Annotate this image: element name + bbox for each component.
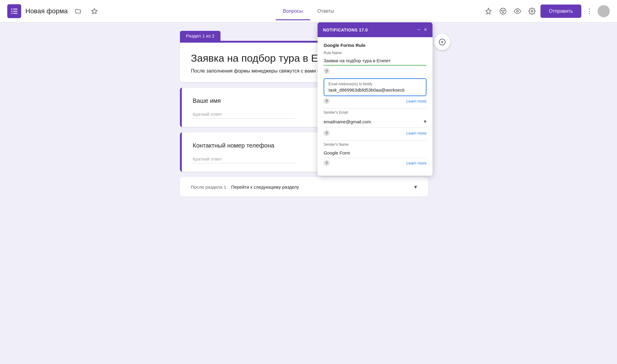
help-icon-3[interactable]: ? (324, 130, 330, 136)
settings-icon[interactable] (526, 5, 538, 17)
help-icon-4[interactable]: ? (324, 160, 330, 166)
sender-email-row: emailname@gmail.com ▾ (324, 116, 426, 128)
tab-questions[interactable]: Вопросы (276, 2, 310, 20)
short-answer-placeholder-1: Краткий ответ (193, 112, 222, 117)
panel-title: NOTIFICATIONS 17.0 (323, 28, 368, 32)
divider-2 (324, 140, 426, 141)
sender-name-label: Sender's Name (324, 142, 426, 147)
short-answer-placeholder-2: Краткий ответ (193, 156, 222, 161)
after-section-prefix: После раздела 1 (191, 184, 226, 190)
section-badge: Раздел 1 из 2 (180, 31, 220, 41)
svg-point-7 (500, 8, 506, 14)
folder-icon[interactable] (72, 5, 84, 17)
topbar: Новая форма Вопросы Ответы (0, 0, 617, 22)
email-notify-value: task_d869963dbfd53b0aa@worksecti (328, 87, 422, 93)
topbar-right: Отправить ⋮ (482, 5, 610, 18)
sender-email-label: Sender's Email (324, 110, 426, 115)
sender-email-help-row: ? Learn more (324, 130, 426, 136)
email-help-row: ? Learn more (324, 98, 426, 104)
sender-email-dropdown-icon[interactable]: ▾ (424, 118, 426, 125)
email-notify-label: Email Address(es) to Notify (328, 82, 422, 86)
svg-point-10 (502, 12, 503, 13)
palette-icon[interactable] (497, 5, 509, 17)
send-button[interactable]: Отправить (540, 5, 581, 18)
svg-marker-6 (92, 8, 97, 13)
svg-rect-1 (13, 8, 18, 9)
help-icon-2[interactable]: ? (324, 98, 330, 104)
svg-rect-5 (13, 13, 18, 13)
more-options-button[interactable]: ⋮ (584, 6, 595, 16)
email-notify-box[interactable]: Email Address(es) to Notify task_d869963… (324, 78, 426, 96)
notifications-panel: NOTIFICATIONS 17.0 − × Google Forms Rule… (318, 22, 433, 176)
rule-name-label: Rule Name (324, 51, 426, 55)
rule-name-help-row: ? (324, 68, 426, 74)
svg-rect-0 (11, 8, 13, 9)
svg-point-11 (517, 10, 518, 12)
learn-more-link-2[interactable]: Learn more (406, 131, 426, 135)
add-section-button[interactable] (434, 34, 450, 50)
tab-answers[interactable]: Ответы (310, 2, 341, 20)
svg-rect-4 (11, 13, 13, 13)
main-content: Раздел 1 из 2 Заявка на подбор тура в Ег… (0, 22, 617, 205)
topbar-left: Новая форма (7, 4, 482, 18)
star-icon[interactable] (88, 5, 100, 17)
learn-more-link-3[interactable]: Learn more (406, 161, 426, 165)
svg-point-12 (531, 10, 533, 12)
panel-body: Google Forms Rule Rule Name // inline pa… (318, 37, 433, 176)
tab-bar: Вопросы Ответы (276, 2, 341, 20)
learn-more-link-1[interactable]: Learn more (406, 99, 426, 103)
sender-email-value: emailname@gmail.com (324, 119, 371, 124)
panel-section-title: Google Forms Rule (324, 43, 426, 48)
panel-header-icons: − × (417, 27, 427, 33)
app-icon (7, 4, 21, 18)
app-title: Новая форма (25, 7, 68, 15)
svg-point-8 (501, 10, 502, 11)
svg-rect-3 (13, 11, 18, 11)
minimize-button[interactable]: − (417, 27, 420, 33)
addons-icon[interactable] (482, 5, 495, 17)
after-section-action: Перейти к следующему разделу (231, 184, 299, 190)
avatar (598, 5, 610, 17)
close-button[interactable]: × (424, 27, 427, 33)
rule-name-input[interactable] (324, 56, 426, 66)
after-section: После раздела 1 Перейти к следующему раз… (180, 177, 428, 197)
chevron-down-icon[interactable]: ▾ (414, 183, 417, 190)
sender-name-value: Google Form (324, 148, 426, 158)
svg-point-9 (504, 10, 504, 11)
svg-rect-2 (11, 11, 13, 11)
preview-icon[interactable] (511, 5, 524, 17)
sender-name-help-row: ? Learn more (324, 160, 426, 166)
divider-1 (324, 108, 426, 109)
help-icon-1[interactable]: ? (324, 68, 330, 74)
panel-header: NOTIFICATIONS 17.0 − × (318, 22, 433, 37)
